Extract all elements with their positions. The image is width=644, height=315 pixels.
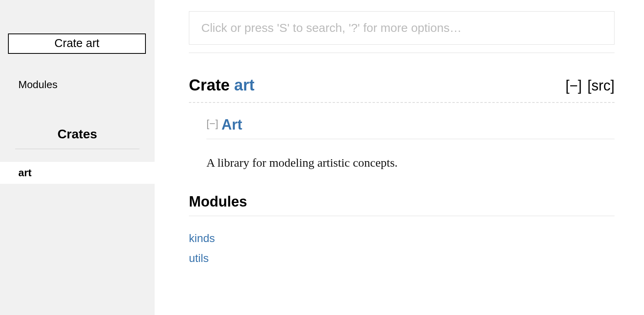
sidebar-crates-heading: Crates — [15, 127, 139, 149]
doc-description: A library for modeling artistic concepts… — [206, 156, 615, 169]
module-list: kinds utils — [189, 232, 615, 265]
sidebar-crate-title[interactable]: Crate art — [8, 33, 146, 54]
crate-name-link[interactable]: art — [234, 76, 254, 94]
page-heading-controls: [−] [src] — [565, 77, 615, 94]
main-content: Crate art [−] [src] [−] Art A library fo… — [155, 0, 644, 315]
collapse-all-toggle[interactable]: [−] — [565, 77, 582, 94]
page-title: Crate art — [189, 76, 255, 94]
page-heading: Crate art [−] [src] — [189, 76, 615, 103]
divider — [189, 53, 615, 53]
doc-title-row: [−] Art — [206, 116, 615, 139]
doc-title-link[interactable]: Art — [222, 116, 242, 133]
doc-collapse-toggle[interactable]: [−] — [206, 118, 218, 130]
sidebar-section-modules[interactable]: Modules — [0, 79, 155, 91]
module-link-utils[interactable]: utils — [189, 252, 615, 265]
modules-heading: Modules — [189, 193, 615, 216]
module-link-kinds[interactable]: kinds — [189, 232, 615, 245]
src-link[interactable]: [src] — [587, 77, 615, 94]
sidebar: Crate art Modules Crates art — [0, 0, 155, 315]
sidebar-crate-item-art[interactable]: art — [0, 162, 155, 184]
doc-section: [−] Art A library for modeling artistic … — [189, 116, 615, 169]
search-input[interactable] — [189, 11, 615, 45]
page-title-prefix: Crate — [189, 76, 234, 94]
